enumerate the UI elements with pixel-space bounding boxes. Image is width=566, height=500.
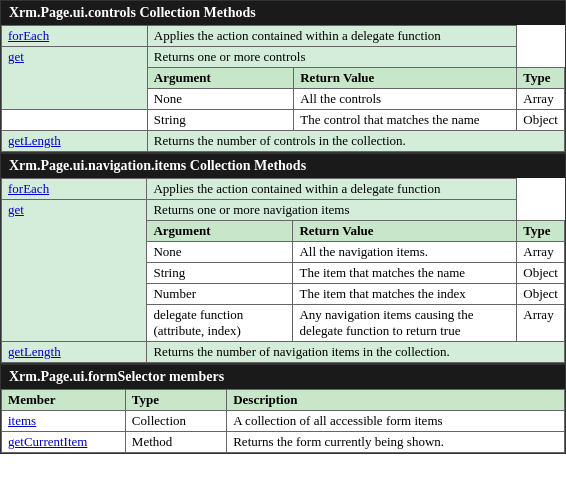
arg-none: None: [147, 242, 293, 263]
arg-string: String: [147, 263, 293, 284]
type-number: Object: [517, 284, 565, 305]
method-name[interactable]: forEach: [2, 179, 147, 200]
getlength-link[interactable]: getLength: [8, 133, 61, 148]
method-name[interactable]: get: [2, 200, 147, 342]
method-description: Applies the action contained within a de…: [147, 26, 516, 47]
controls-section-header: Xrm.Page.ui.controls Collection Methods: [1, 1, 565, 25]
getcurrentitem-link[interactable]: getCurrentItem: [8, 434, 87, 449]
formselector-table: Member Type Description items Collection…: [1, 389, 565, 453]
arg-number: Number: [147, 284, 293, 305]
formselector-section: Xrm.Page.ui.formSelector members Member …: [0, 364, 566, 454]
table-row: forEach Applies the action contained wit…: [2, 179, 565, 200]
return-none: All the navigation items.: [293, 242, 517, 263]
return-none: All the controls: [294, 89, 517, 110]
arg-header: Argument: [147, 68, 293, 89]
controls-section: Xrm.Page.ui.controls Collection Methods …: [0, 0, 566, 153]
type-header: Type: [125, 390, 226, 411]
method-name[interactable]: forEach: [2, 26, 148, 47]
return-delegate: Any navigation items causing the delegat…: [293, 305, 517, 342]
table-row: forEach Applies the action contained wit…: [2, 26, 565, 47]
type-header: Type: [517, 221, 565, 242]
type-getcurrentitem: Method: [125, 432, 226, 453]
getlength-link[interactable]: getLength: [8, 344, 61, 359]
table-row: getLength Returns the number of controls…: [2, 131, 565, 152]
table-row: String The control that matches the name…: [2, 110, 565, 131]
method-description: Returns one or more controls: [147, 47, 516, 68]
arg-none: None: [147, 89, 293, 110]
return-number: The item that matches the index: [293, 284, 517, 305]
arg-string-spacer: [2, 110, 148, 131]
navigation-table: forEach Applies the action contained wit…: [1, 178, 565, 363]
type-string: Object: [517, 110, 565, 131]
arg-string: String: [147, 110, 293, 131]
arg-delegate: delegate function (attribute, index): [147, 305, 293, 342]
method-name[interactable]: get: [2, 47, 148, 110]
get-link[interactable]: get: [8, 49, 24, 64]
foreach-link[interactable]: forEach: [8, 181, 49, 196]
desc-items: A collection of all accessible form item…: [227, 411, 565, 432]
return-header: Return Value: [294, 68, 517, 89]
type-string: Object: [517, 263, 565, 284]
table-row: getLength Returns the number of navigati…: [2, 342, 565, 363]
return-header: Return Value: [293, 221, 517, 242]
method-name[interactable]: getLength: [2, 131, 148, 152]
items-link[interactable]: items: [8, 413, 36, 428]
table-row: get Returns one or more controls: [2, 47, 565, 68]
arg-header: Argument: [147, 221, 293, 242]
navigation-section: Xrm.Page.ui.navigation.items Collection …: [0, 153, 566, 364]
controls-table: forEach Applies the action contained wit…: [1, 25, 565, 152]
type-none: Array: [517, 242, 565, 263]
member-header: Member: [2, 390, 126, 411]
method-description: Returns the number of navigation items i…: [147, 342, 565, 363]
method-description: Applies the action contained within a de…: [147, 179, 517, 200]
navigation-section-header: Xrm.Page.ui.navigation.items Collection …: [1, 154, 565, 178]
type-header: Type: [517, 68, 565, 89]
member-getcurrentitem[interactable]: getCurrentItem: [2, 432, 126, 453]
type-items: Collection: [125, 411, 226, 432]
table-row: Member Type Description: [2, 390, 565, 411]
foreach-link[interactable]: forEach: [8, 28, 49, 43]
formselector-section-header: Xrm.Page.ui.formSelector members: [1, 365, 565, 389]
table-row: get Returns one or more navigation items: [2, 200, 565, 221]
type-delegate: Array: [517, 305, 565, 342]
return-string: The control that matches the name: [294, 110, 517, 131]
member-items[interactable]: items: [2, 411, 126, 432]
get-link[interactable]: get: [8, 202, 24, 217]
desc-header: Description: [227, 390, 565, 411]
type-none: Array: [517, 89, 565, 110]
method-name[interactable]: getLength: [2, 342, 147, 363]
method-description: Returns the number of controls in the co…: [147, 131, 564, 152]
method-description: Returns one or more navigation items: [147, 200, 517, 221]
table-row: items Collection A collection of all acc…: [2, 411, 565, 432]
table-row: getCurrentItem Method Returns the form c…: [2, 432, 565, 453]
return-string: The item that matches the name: [293, 263, 517, 284]
desc-getcurrentitem: Returns the form currently being shown.: [227, 432, 565, 453]
